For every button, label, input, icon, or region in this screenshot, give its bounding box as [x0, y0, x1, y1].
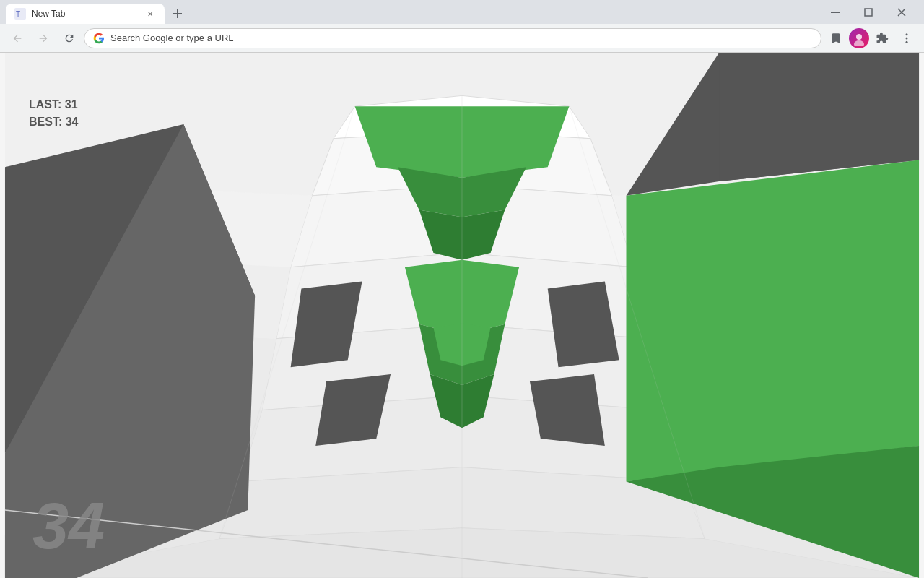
- reload-button[interactable]: [58, 27, 81, 50]
- back-button[interactable]: [6, 27, 29, 50]
- game-canvas: [0, 53, 924, 578]
- svg-point-6: [906, 33, 908, 35]
- active-tab[interactable]: T New Tab ✕: [6, 4, 165, 24]
- best-score: BEST: 34: [29, 113, 78, 131]
- new-tab-button[interactable]: [167, 4, 188, 24]
- svg-rect-2: [831, 12, 840, 13]
- tab-favicon: T: [14, 8, 26, 20]
- close-button[interactable]: [885, 0, 918, 24]
- address-text: Search Google or type a URL: [110, 33, 812, 43]
- svg-point-7: [906, 37, 908, 39]
- toolbar: Search Google or type a URL: [0, 24, 924, 53]
- svg-marker-41: [530, 374, 605, 446]
- svg-point-8: [906, 40, 908, 43]
- chrome-window: T New Tab ✕: [0, 0, 924, 578]
- current-score: 34: [32, 489, 105, 564]
- svg-rect-3: [865, 9, 872, 16]
- score-display: LAST: 31 BEST: 34: [29, 96, 78, 131]
- extensions-button[interactable]: [871, 27, 894, 50]
- address-bar[interactable]: Search Google or type a URL: [84, 28, 821, 48]
- minimize-button[interactable]: [819, 0, 852, 24]
- menu-button[interactable]: [895, 27, 918, 50]
- google-logo: [93, 33, 105, 44]
- svg-point-5: [854, 40, 864, 46]
- forward-button[interactable]: [32, 27, 55, 50]
- title-bar: T New Tab ✕: [0, 0, 924, 24]
- svg-marker-31: [626, 160, 919, 481]
- tab-title: New Tab: [32, 9, 139, 19]
- last-score: LAST: 31: [29, 96, 78, 113]
- tab-close-button[interactable]: ✕: [144, 8, 156, 20]
- svg-marker-34: [719, 53, 919, 181]
- bookmark-button[interactable]: [824, 27, 847, 50]
- svg-text:T: T: [16, 10, 20, 18]
- tab-area: T New Tab ✕: [6, 0, 819, 24]
- svg-point-4: [856, 34, 862, 40]
- profile-button[interactable]: [849, 28, 869, 48]
- game-content[interactable]: LAST: 31 BEST: 34 34: [0, 53, 924, 578]
- window-controls: [819, 0, 918, 24]
- toolbar-right: [824, 27, 918, 50]
- maximize-button[interactable]: [852, 0, 885, 24]
